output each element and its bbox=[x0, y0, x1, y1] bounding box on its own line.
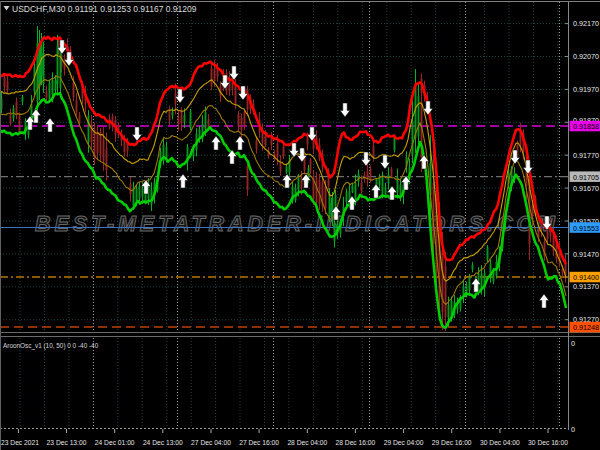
svg-text:0.91770: 0.91770 bbox=[573, 151, 599, 160]
svg-text:0.91970: 0.91970 bbox=[573, 85, 599, 94]
svg-text:0.91858: 0.91858 bbox=[573, 122, 599, 131]
svg-text:30 Dec 04:00: 30 Dec 04:00 bbox=[480, 439, 520, 446]
svg-text:0.91705: 0.91705 bbox=[573, 173, 599, 182]
svg-text:0.91670: 0.91670 bbox=[573, 184, 599, 193]
svg-text:29 Dec 04:00: 29 Dec 04:00 bbox=[384, 439, 424, 446]
svg-text:27 Dec 04:00: 27 Dec 04:00 bbox=[191, 439, 231, 446]
svg-text:0.92170: 0.92170 bbox=[573, 19, 599, 28]
svg-text:AroonOsc_v1 (10, 50) 0 0 -40 -: AroonOsc_v1 (10, 50) 0 0 -40 -40 bbox=[3, 342, 99, 350]
svg-text:27 Dec 16:00: 27 Dec 16:00 bbox=[239, 439, 279, 446]
svg-text:30 Dec 16:00: 30 Dec 16:00 bbox=[528, 439, 568, 446]
svg-text:24 Dec 13:00: 24 Dec 13:00 bbox=[143, 439, 183, 446]
svg-text:USDCHF,M30 0.91191 0.91253 0.: USDCHF,M30 0.91191 0.91253 0.91167 0.912… bbox=[12, 4, 197, 14]
svg-text:24 Dec 01:00: 24 Dec 01:00 bbox=[95, 439, 135, 446]
svg-text:0: 0 bbox=[571, 425, 575, 434]
svg-text:0.91400: 0.91400 bbox=[573, 273, 599, 282]
svg-text:0.91370: 0.91370 bbox=[573, 282, 599, 291]
svg-text:0.91470: 0.91470 bbox=[573, 250, 599, 259]
svg-text:0.91248: 0.91248 bbox=[573, 323, 599, 332]
svg-text:23 Dec 2021: 23 Dec 2021 bbox=[1, 439, 39, 446]
svg-text:29 Dec 16:00: 29 Dec 16:00 bbox=[432, 439, 472, 446]
svg-text:0: 0 bbox=[571, 339, 575, 348]
svg-text:28 Dec 16:00: 28 Dec 16:00 bbox=[336, 439, 376, 446]
svg-text:23 Dec 13:00: 23 Dec 13:00 bbox=[47, 439, 87, 446]
svg-text:0.91553: 0.91553 bbox=[573, 224, 599, 233]
svg-text:28 Dec 04:00: 28 Dec 04:00 bbox=[287, 439, 327, 446]
svg-text:0.92070: 0.92070 bbox=[573, 52, 599, 61]
